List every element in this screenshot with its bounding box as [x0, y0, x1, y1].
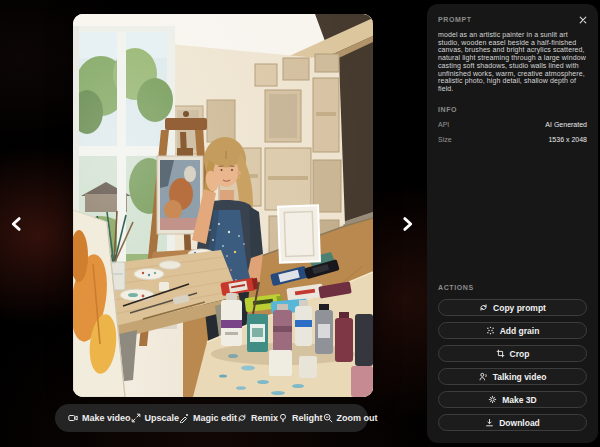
- upscale-button[interactable]: Upscale: [131, 413, 180, 423]
- relight-button[interactable]: Relight: [278, 413, 323, 423]
- upscale-label: Upscale: [145, 413, 180, 423]
- upscale-arrows-icon: [131, 413, 141, 423]
- leaning-framed-canvas: [278, 205, 320, 262]
- download-label: Download: [499, 418, 540, 428]
- download-icon: [485, 418, 494, 427]
- info-section-label: INFO: [438, 105, 587, 114]
- crop-button[interactable]: Crop: [438, 345, 587, 362]
- zoom-out-label: Zoom out: [337, 413, 378, 423]
- size-label: Size: [438, 136, 452, 144]
- make-3d-label: Make 3D: [502, 395, 537, 405]
- talking-video-label: Talking video: [493, 372, 547, 382]
- image-toolbar: Make video Upscale Magic edit Remix Rel: [55, 404, 368, 432]
- download-button[interactable]: Download: [438, 414, 587, 431]
- close-button[interactable]: [579, 16, 587, 24]
- info-row-api: API AI Generated: [438, 121, 587, 129]
- relight-label: Relight: [292, 413, 323, 423]
- close-icon: [579, 16, 587, 24]
- gear-icon: [488, 395, 497, 404]
- info-row-size: Size 1536 x 2048: [438, 136, 587, 144]
- chevron-right-icon: [401, 216, 414, 232]
- make-3d-button[interactable]: Make 3D: [438, 391, 587, 408]
- lightbulb-icon: [278, 413, 288, 423]
- talking-person-icon: [479, 372, 488, 381]
- video-camera-icon: [68, 413, 78, 423]
- crop-label: Crop: [510, 349, 530, 359]
- crop-icon: [496, 349, 505, 358]
- prompt-text: model as an artistic painter in a sunlit…: [438, 31, 587, 93]
- remix-cycle-icon: [237, 413, 247, 423]
- remix-button[interactable]: Remix: [237, 413, 278, 423]
- next-image-button[interactable]: [394, 210, 420, 238]
- copy-prompt-label: Copy prompt: [493, 303, 546, 313]
- magic-edit-button[interactable]: Magic edit: [179, 413, 237, 423]
- generated-image: [73, 14, 373, 397]
- studio-scene: [73, 14, 373, 397]
- talking-video-button[interactable]: Talking video: [438, 368, 587, 385]
- make-video-button[interactable]: Make video: [68, 413, 131, 423]
- zoom-out-button[interactable]: Zoom out: [323, 413, 378, 423]
- size-value: 1536 x 2048: [548, 136, 587, 144]
- add-grain-button[interactable]: Add grain: [438, 322, 587, 339]
- api-label: API: [438, 121, 449, 129]
- api-value: AI Generated: [545, 121, 587, 129]
- add-grain-label: Add grain: [500, 326, 540, 336]
- magic-edit-label: Magic edit: [193, 413, 237, 423]
- make-video-label: Make video: [82, 413, 131, 423]
- previous-image-button[interactable]: [3, 210, 29, 238]
- copy-prompt-cycle-icon: [479, 303, 488, 312]
- details-panel: PROMPT model as an artistic painter in a…: [427, 4, 598, 443]
- prompt-section-label: PROMPT: [438, 15, 472, 24]
- actions-section-label: ACTIONS: [438, 283, 587, 292]
- chevron-left-icon: [10, 216, 23, 232]
- remix-label: Remix: [251, 413, 278, 423]
- grain-sparkle-icon: [486, 326, 495, 335]
- copy-prompt-button[interactable]: Copy prompt: [438, 299, 587, 316]
- zoom-out-icon: [323, 413, 333, 423]
- magic-wand-icon: [179, 413, 189, 423]
